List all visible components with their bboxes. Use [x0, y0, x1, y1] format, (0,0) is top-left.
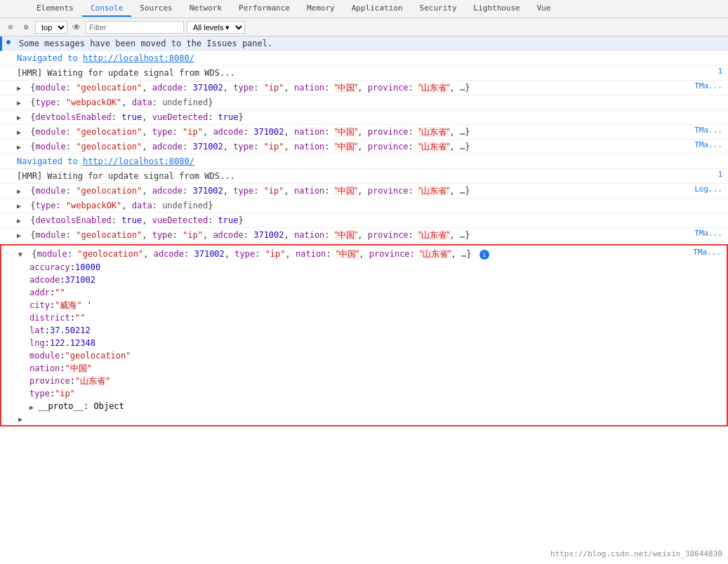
field-proto[interactable]: __proto__: Object [1, 400, 727, 412]
obj5-source[interactable]: TMa... [694, 140, 725, 149]
field-accuracy-colon: : [70, 261, 75, 274]
console-row-obj9: {module: "geolocation", type: "ip", adco… [0, 228, 728, 243]
obj4-content: {module: "geolocation", type: "ip", adco… [30, 127, 470, 137]
obj8-triangle[interactable] [17, 215, 25, 224]
obj7-text[interactable]: {type: "webpackOK", data: undefined} [3, 199, 722, 212]
field-lat-value: 37.50212 [50, 324, 91, 337]
obj4-text[interactable]: {module: "geolocation", type: "ip", adco… [3, 126, 694, 138]
console-row-navigated1: Navigated to http://localhost:8080/ [0, 51, 728, 66]
expanded-obj-header-text[interactable]: {module: "geolocation", adcode: 371002, … [4, 248, 693, 260]
field-addr-key: addr [29, 286, 50, 299]
log-levels-selector[interactable]: All levels ▾ [187, 21, 245, 34]
tab-security[interactable]: Security [411, 1, 465, 17]
field-city: city: "威海" ' [1, 299, 727, 311]
console-toolbar: ⊘ ⚙ top 👁 All levels ▾ [0, 18, 728, 36]
field-district: district: "" [1, 311, 727, 324]
console-row-obj7: {type: "webpackOK", data: undefined} [0, 199, 728, 213]
obj8-content: {devtoolsEnabled: true, vueDetected: tru… [30, 215, 244, 225]
console-row-obj2: {type: "webpackOK", data: undefined} [0, 95, 728, 110]
navigated1-text: Navigated to http://localhost:8080/ [3, 52, 722, 65]
tab-elements[interactable]: Elements [28, 1, 82, 17]
expanded-obj-source[interactable]: TMa... [693, 248, 724, 257]
field-addr-value: "" [55, 286, 65, 299]
console-row-obj8: {devtoolsEnabled: true, vueDetected: tru… [0, 213, 728, 228]
navigated-label: Navigated to [17, 53, 83, 63]
obj2-triangle[interactable] [17, 98, 25, 106]
tab-network[interactable]: Network [181, 1, 230, 17]
proto-triangle[interactable] [29, 402, 38, 410]
obj7-triangle[interactable] [17, 201, 25, 209]
obj4-source[interactable]: TMa... [694, 126, 725, 135]
obj4-triangle[interactable] [17, 127, 25, 135]
tab-vue[interactable]: Vue [529, 1, 560, 17]
field-adcode-key: adcode [29, 274, 60, 286]
preserve-log-icon[interactable]: 👁 [70, 21, 83, 34]
tab-sources[interactable]: Sources [131, 1, 180, 17]
field-city-value: "威海" ' [55, 299, 92, 311]
field-module-value: "geolocation" [65, 349, 131, 362]
tab-lighthouse[interactable]: Lighthouse [465, 1, 529, 17]
obj8-text[interactable]: {devtoolsEnabled: true, vueDetected: tru… [3, 214, 722, 227]
hmr1-text: [HMR] Waiting for update signal from WDS… [3, 67, 717, 79]
obj9-triangle[interactable] [17, 230, 25, 239]
console-row-navigated2: Navigated to http://localhost:8080/ [0, 154, 728, 169]
console-filter-button[interactable]: ⚙ [20, 21, 32, 34]
obj3-text[interactable]: {devtoolsEnabled: true, vueDetected: tru… [3, 111, 722, 123]
navigated1-link[interactable]: http://localhost:8080/ [83, 53, 194, 63]
field-city-key: city [29, 299, 50, 311]
field-province-value: "山东省" [75, 375, 110, 387]
field-module: module: "geolocation" [1, 349, 727, 362]
field-addr: addr: "" [1, 286, 727, 299]
field-province: province: "山东省" [1, 375, 727, 387]
issues-text: Some messages have been moved to the Iss… [5, 37, 725, 50]
obj-info-icon[interactable]: i [479, 250, 489, 260]
field-adcode-value: 371002 [65, 274, 95, 286]
obj2-content: {type: "webpackOK", data: undefined} [30, 98, 213, 107]
obj9-text[interactable]: {module: "geolocation", type: "ip", adco… [3, 229, 694, 241]
context-selector[interactable]: top [35, 21, 67, 34]
obj5-triangle[interactable] [17, 142, 25, 150]
obj1-content: {module: "geolocation", adcode: 371002, … [30, 83, 470, 93]
obj1-source[interactable]: TMa... [694, 81, 725, 90]
obj6-text[interactable]: {module: "geolocation", adcode: 371002, … [3, 184, 694, 197]
field-nation-key: nation [29, 362, 60, 375]
obj6-source[interactable]: Log... [694, 184, 725, 194]
field-type-value: "ip" [55, 387, 75, 400]
tab-memory[interactable]: Memory [298, 1, 343, 17]
obj5-text[interactable]: {module: "geolocation", adcode: 371002, … [3, 140, 694, 153]
expanded-obj-header-content: {module: "geolocation", adcode: 371002, … [32, 249, 476, 259]
devtools-window: Elements Console Sources Network Perform… [0, 0, 728, 564]
expanded-obj-triangle[interactable] [18, 249, 27, 257]
close-triangle[interactable] [18, 414, 27, 422]
issues-message: ● Some messages have been moved to the I… [0, 36, 728, 51]
watermark-text: https://blog.csdn.net/weixin_38644830 [550, 549, 722, 558]
obj9-source[interactable]: TMa... [694, 229, 725, 238]
filter-input[interactable] [86, 21, 184, 34]
obj6-triangle[interactable] [17, 186, 25, 194]
hmr1-source[interactable]: 1 [717, 67, 725, 76]
obj3-triangle[interactable] [17, 112, 25, 121]
navigated2-label: Navigated to [17, 156, 83, 166]
field-lng-value: 122.12348 [50, 337, 95, 349]
obj3-content: {devtoolsEnabled: true, vueDetected: tru… [30, 112, 244, 122]
obj2-text[interactable]: {type: "webpackOK", data: undefined} [3, 96, 722, 109]
field-accuracy: accuracy: 10000 [1, 261, 727, 274]
tab-application[interactable]: Application [343, 1, 411, 17]
field-type-key: type [29, 387, 50, 400]
field-accuracy-key: accuracy [29, 261, 70, 274]
tab-performance[interactable]: Performance [230, 1, 298, 17]
field-lat: lat: 37.50212 [1, 324, 727, 337]
obj1-text[interactable]: {module: "geolocation", adcode: 371002, … [3, 81, 694, 94]
clear-console-button[interactable]: ⊘ [4, 21, 17, 34]
console-row-obj3: {devtoolsEnabled: true, vueDetected: tru… [0, 110, 728, 125]
field-lng: lng: 122.12348 [1, 337, 727, 349]
hmr2-source[interactable]: 1 [717, 170, 725, 179]
field-province-key: province [29, 375, 70, 387]
navigated2-link[interactable]: http://localhost:8080/ [83, 156, 194, 166]
field-module-key: module [29, 349, 60, 362]
devtools-tabs: Elements Console Sources Network Perform… [0, 0, 728, 18]
console-row-obj6: {module: "geolocation", adcode: 371002, … [0, 184, 728, 199]
tab-console[interactable]: Console [82, 1, 131, 17]
obj5-content: {module: "geolocation", adcode: 371002, … [30, 142, 470, 152]
obj1-triangle[interactable] [17, 83, 25, 91]
